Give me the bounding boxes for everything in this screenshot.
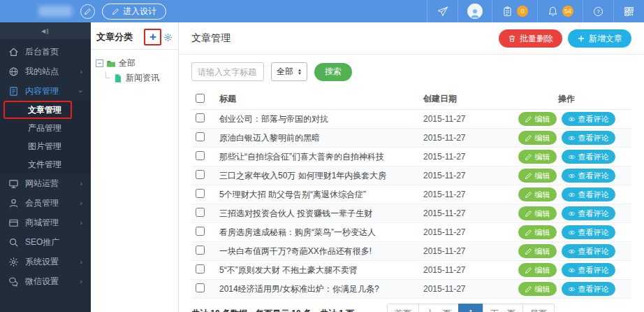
- add-article-button[interactable]: 新增文章: [568, 29, 631, 48]
- edit-button[interactable]: 编辑: [518, 187, 557, 201]
- select-all-checkbox[interactable]: [196, 94, 205, 103]
- sidebar-item-image[interactable]: 图片管理: [0, 137, 91, 155]
- table-row: 2014经济适用男/女标准出炉：你满足几条?2015-11-27编辑查看评论: [191, 280, 631, 299]
- edit-button[interactable]: 编辑: [518, 263, 557, 277]
- search-input[interactable]: [191, 62, 264, 81]
- page-button[interactable]: 上一页: [418, 304, 459, 312]
- view-comments-label: 查看评论: [578, 133, 609, 143]
- edit-button[interactable]: 编辑: [518, 225, 557, 239]
- edit-label: 编辑: [535, 227, 550, 238]
- help-icon[interactable]: ?: [583, 0, 613, 22]
- page-button[interactable]: 尾页: [522, 304, 555, 312]
- edit-button[interactable]: 编辑: [518, 169, 557, 183]
- batch-delete-button[interactable]: 批量删除: [499, 29, 562, 48]
- app-logo: [38, 6, 72, 17]
- sidebar-collapse-toggle[interactable]: ◀∥: [0, 22, 91, 39]
- article-title: 三口之家年收入50万 如何理财1年内换套大房: [215, 166, 419, 185]
- pencil-icon: [525, 248, 532, 255]
- edit-button[interactable]: 编辑: [518, 112, 557, 126]
- sidebar-item-home[interactable]: 后台首页: [0, 42, 91, 62]
- page-title: 文章管理: [191, 32, 230, 45]
- view-comments-label: 查看评论: [578, 152, 609, 162]
- pencil-icon: [525, 210, 532, 218]
- sidebar-item-mall[interactable]: 商城管理›: [0, 213, 91, 232]
- row-checkbox[interactable]: [196, 246, 205, 255]
- tree-node-child[interactable]: 新闻资讯: [96, 71, 173, 85]
- collapse-icon: ◀∥: [41, 28, 50, 34]
- enter-design-button[interactable]: 进入设计: [102, 3, 166, 20]
- add-category-button[interactable]: +: [146, 31, 160, 43]
- view-comments-button[interactable]: 查看评论: [562, 206, 615, 220]
- collapse-minus-icon[interactable]: −: [96, 59, 103, 67]
- view-comments-button[interactable]: 查看评论: [562, 150, 615, 164]
- view-comments-button[interactable]: 查看评论: [562, 263, 615, 277]
- column-header-actions: 操作: [502, 89, 631, 110]
- row-checkbox[interactable]: [196, 189, 205, 198]
- chevron-right-icon: ›: [80, 278, 82, 285]
- store-icon: [8, 218, 19, 228]
- view-comments-button[interactable]: 查看评论: [562, 282, 615, 296]
- row-checkbox[interactable]: [196, 227, 205, 236]
- home-icon: [8, 47, 19, 57]
- category-settings-gear-icon[interactable]: [163, 33, 173, 42]
- sidebar-item-wechat[interactable]: 微信设置›: [0, 271, 91, 291]
- sidebar-item-my-site[interactable]: 我的站点›: [0, 62, 91, 81]
- sidebar-item-product[interactable]: 产品管理: [0, 119, 91, 137]
- row-checkbox[interactable]: [196, 208, 205, 217]
- view-comments-button[interactable]: 查看评论: [562, 187, 615, 201]
- quick-edit-icon[interactable]: [80, 4, 95, 19]
- view-comments-button[interactable]: 查看评论: [562, 112, 615, 126]
- select-arrows-icon: ▲▼: [298, 69, 302, 76]
- row-checkbox[interactable]: [196, 113, 205, 122]
- column-header-date: 创建日期: [419, 89, 502, 110]
- batch-delete-label: 批量删除: [520, 33, 553, 45]
- view-comments-label: 查看评论: [578, 208, 609, 219]
- view-comments-button[interactable]: 查看评论: [562, 244, 615, 258]
- row-checkbox[interactable]: [196, 170, 205, 179]
- row-checkbox[interactable]: [196, 264, 205, 274]
- category-filter-select[interactable]: 全部 ▲▼: [271, 62, 307, 81]
- sidebar-item-content[interactable]: 内容管理›: [0, 81, 91, 101]
- edit-label: 编辑: [535, 171, 550, 181]
- send-icon[interactable]: [427, 0, 458, 22]
- search-button[interactable]: 搜索: [314, 63, 352, 81]
- sidebar-item-label: 网站运营: [25, 178, 59, 190]
- wechat-icon: [8, 276, 19, 287]
- row-checkbox[interactable]: [196, 132, 205, 141]
- row-checkbox[interactable]: [196, 283, 205, 292]
- page-button[interactable]: 首页: [387, 304, 419, 312]
- enter-design-label: 进入设计: [123, 6, 156, 17]
- pencil-icon: [525, 153, 532, 161]
- page-button[interactable]: 1: [458, 304, 483, 312]
- notifications-bell-icon[interactable]: 54: [537, 0, 583, 22]
- sidebar-item-members[interactable]: 会员管理›: [0, 193, 91, 213]
- view-comments-button[interactable]: 查看评论: [562, 169, 615, 183]
- user-avatar[interactable]: [458, 0, 492, 22]
- qr-code-icon[interactable]: [613, 0, 644, 22]
- view-comments-button[interactable]: 查看评论: [562, 225, 615, 239]
- tree-connector: [105, 72, 110, 78]
- tree-node-root[interactable]: − 全部: [96, 56, 173, 71]
- eye-icon: [568, 248, 576, 255]
- page-button[interactable]: 下一页: [483, 304, 523, 312]
- pencil-icon: [525, 267, 532, 274]
- edit-button[interactable]: 编辑: [518, 150, 557, 164]
- row-checkbox[interactable]: [196, 151, 205, 160]
- sidebar-item-site-ops[interactable]: 网站运营›: [0, 173, 91, 193]
- sidebar-item-seo[interactable]: SEO推广: [0, 232, 91, 252]
- edit-button[interactable]: 编辑: [518, 244, 557, 258]
- sidebar-item-article[interactable]: 文章管理: [0, 101, 91, 119]
- tasks-clipboard-icon[interactable]: 0: [492, 0, 537, 22]
- sidebar-item-label: 文件管理: [28, 159, 61, 171]
- article-date: 2015-11-27: [419, 148, 502, 166]
- content-icon: [8, 86, 19, 97]
- edit-button[interactable]: 编辑: [518, 282, 557, 296]
- article-title: 三招选对投资合伙人 投资赚钱一辈子生财: [215, 204, 419, 223]
- view-comments-button[interactable]: 查看评论: [562, 131, 615, 145]
- edit-button[interactable]: 编辑: [518, 206, 557, 220]
- sidebar-item-label: 系统设置: [25, 256, 59, 268]
- sidebar-item-file[interactable]: 文件管理: [0, 155, 91, 173]
- edit-button[interactable]: 编辑: [518, 131, 557, 145]
- sidebar-item-system[interactable]: 系统设置›: [0, 252, 91, 271]
- sidebar-item-label: SEO推广: [25, 236, 59, 248]
